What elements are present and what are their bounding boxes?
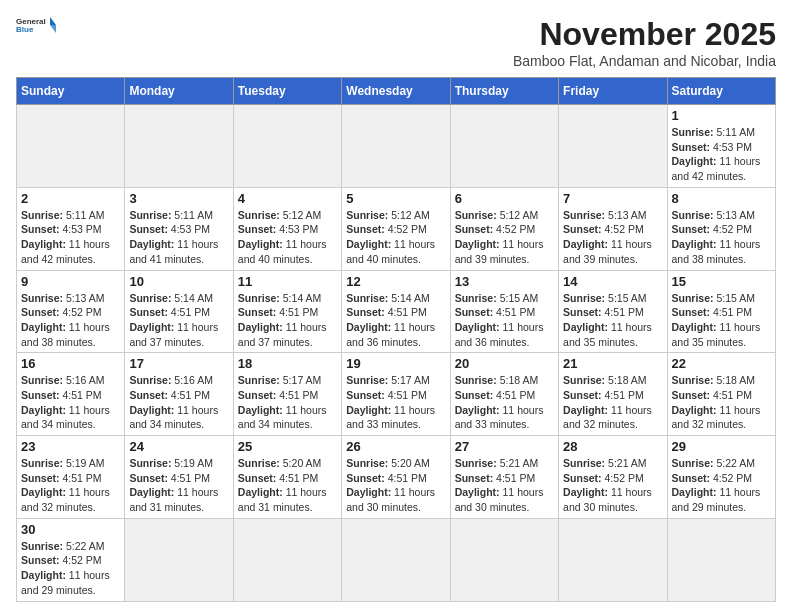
calendar-day-cell: 7Sunrise: 5:13 AMSunset: 4:52 PMDaylight…: [559, 187, 667, 270]
day-info: Sunrise: 5:11 AMSunset: 4:53 PMDaylight:…: [129, 208, 228, 267]
day-info-label: Sunrise:: [455, 292, 500, 304]
daylight-label: Daylight:: [238, 404, 286, 416]
day-number: 22: [672, 356, 771, 371]
calendar-day-cell: 21Sunrise: 5:18 AMSunset: 4:51 PMDayligh…: [559, 353, 667, 436]
daylight-label: Daylight:: [672, 155, 720, 167]
month-title: November 2025: [513, 16, 776, 53]
calendar-day-cell: 27Sunrise: 5:21 AMSunset: 4:51 PMDayligh…: [450, 436, 558, 519]
day-info-label: Sunset:: [455, 306, 496, 318]
day-info: Sunrise: 5:18 AMSunset: 4:51 PMDaylight:…: [563, 373, 662, 432]
day-info: Sunrise: 5:18 AMSunset: 4:51 PMDaylight:…: [672, 373, 771, 432]
day-number: 28: [563, 439, 662, 454]
day-info: Sunrise: 5:22 AMSunset: 4:52 PMDaylight:…: [672, 456, 771, 515]
calendar-week-row: 1Sunrise: 5:11 AMSunset: 4:53 PMDaylight…: [17, 105, 776, 188]
calendar-day-cell: [233, 105, 341, 188]
calendar-day-cell: 20Sunrise: 5:18 AMSunset: 4:51 PMDayligh…: [450, 353, 558, 436]
day-info: Sunrise: 5:21 AMSunset: 4:51 PMDaylight:…: [455, 456, 554, 515]
daylight-label: Daylight:: [672, 404, 720, 416]
calendar-day-cell: 8Sunrise: 5:13 AMSunset: 4:52 PMDaylight…: [667, 187, 775, 270]
day-info-label: Sunset:: [346, 306, 387, 318]
day-number: 7: [563, 191, 662, 206]
day-number: 11: [238, 274, 337, 289]
day-info-label: Sunrise:: [238, 292, 283, 304]
daylight-label: Daylight:: [455, 321, 503, 333]
daylight-label: Daylight:: [238, 321, 286, 333]
calendar-week-row: 9Sunrise: 5:13 AMSunset: 4:52 PMDaylight…: [17, 270, 776, 353]
day-info-label: Sunset:: [563, 472, 604, 484]
calendar-day-cell: 13Sunrise: 5:15 AMSunset: 4:51 PMDayligh…: [450, 270, 558, 353]
day-info: Sunrise: 5:13 AMSunset: 4:52 PMDaylight:…: [672, 208, 771, 267]
day-info-label: Sunrise:: [238, 457, 283, 469]
day-info-label: Sunrise:: [346, 457, 391, 469]
day-number: 30: [21, 522, 120, 537]
day-info-label: Sunrise:: [129, 374, 174, 386]
calendar-day-cell: 17Sunrise: 5:16 AMSunset: 4:51 PMDayligh…: [125, 353, 233, 436]
calendar-day-cell: 5Sunrise: 5:12 AMSunset: 4:52 PMDaylight…: [342, 187, 450, 270]
daylight-label: Daylight:: [563, 486, 611, 498]
calendar-day-cell: [125, 518, 233, 601]
day-info: Sunrise: 5:15 AMSunset: 4:51 PMDaylight:…: [672, 291, 771, 350]
day-info: Sunrise: 5:19 AMSunset: 4:51 PMDaylight:…: [129, 456, 228, 515]
day-info-label: Sunrise:: [238, 209, 283, 221]
calendar-day-cell: [233, 518, 341, 601]
day-number: 25: [238, 439, 337, 454]
calendar-week-row: 16Sunrise: 5:16 AMSunset: 4:51 PMDayligh…: [17, 353, 776, 436]
day-number: 19: [346, 356, 445, 371]
calendar-day-cell: [559, 518, 667, 601]
calendar-day-cell: 2Sunrise: 5:11 AMSunset: 4:53 PMDaylight…: [17, 187, 125, 270]
day-number: 13: [455, 274, 554, 289]
day-info-label: Sunset:: [455, 223, 496, 235]
day-of-week-header: Sunday: [17, 78, 125, 105]
day-info: Sunrise: 5:12 AMSunset: 4:52 PMDaylight:…: [455, 208, 554, 267]
day-info-label: Sunrise:: [563, 292, 608, 304]
daylight-label: Daylight:: [672, 238, 720, 250]
daylight-label: Daylight:: [21, 486, 69, 498]
daylight-label: Daylight:: [563, 321, 611, 333]
calendar-day-cell: 24Sunrise: 5:19 AMSunset: 4:51 PMDayligh…: [125, 436, 233, 519]
day-info-label: Sunset:: [21, 554, 62, 566]
day-info: Sunrise: 5:11 AMSunset: 4:53 PMDaylight:…: [21, 208, 120, 267]
day-info-label: Sunrise:: [563, 457, 608, 469]
day-number: 6: [455, 191, 554, 206]
calendar-day-cell: 14Sunrise: 5:15 AMSunset: 4:51 PMDayligh…: [559, 270, 667, 353]
day-info-label: Sunset:: [21, 223, 62, 235]
day-number: 2: [21, 191, 120, 206]
day-info-label: Sunrise:: [455, 374, 500, 386]
day-info-label: Sunset:: [238, 223, 279, 235]
day-info: Sunrise: 5:21 AMSunset: 4:52 PMDaylight:…: [563, 456, 662, 515]
day-info-label: Sunset:: [238, 306, 279, 318]
calendar-day-cell: [17, 105, 125, 188]
calendar-week-row: 2Sunrise: 5:11 AMSunset: 4:53 PMDaylight…: [17, 187, 776, 270]
svg-marker-3: [50, 25, 56, 33]
day-number: 20: [455, 356, 554, 371]
day-info-label: Sunrise:: [21, 540, 66, 552]
day-info-label: Sunset:: [563, 389, 604, 401]
day-number: 14: [563, 274, 662, 289]
day-info-label: Sunset:: [672, 141, 713, 153]
day-of-week-header: Saturday: [667, 78, 775, 105]
calendar-day-cell: 12Sunrise: 5:14 AMSunset: 4:51 PMDayligh…: [342, 270, 450, 353]
daylight-label: Daylight:: [21, 569, 69, 581]
day-info: Sunrise: 5:13 AMSunset: 4:52 PMDaylight:…: [21, 291, 120, 350]
calendar-day-cell: [125, 105, 233, 188]
daylight-label: Daylight:: [238, 486, 286, 498]
day-info: Sunrise: 5:16 AMSunset: 4:51 PMDaylight:…: [129, 373, 228, 432]
day-info-label: Sunrise:: [672, 374, 717, 386]
svg-text:Blue: Blue: [16, 25, 34, 34]
day-info-label: Sunrise:: [21, 209, 66, 221]
daylight-label: Daylight:: [346, 486, 394, 498]
daylight-label: Daylight:: [21, 238, 69, 250]
day-info: Sunrise: 5:20 AMSunset: 4:51 PMDaylight:…: [346, 456, 445, 515]
day-info-label: Sunset:: [346, 389, 387, 401]
calendar-day-cell: 16Sunrise: 5:16 AMSunset: 4:51 PMDayligh…: [17, 353, 125, 436]
logo-icon: General Blue: [16, 16, 56, 34]
day-info: Sunrise: 5:15 AMSunset: 4:51 PMDaylight:…: [563, 291, 662, 350]
calendar-day-cell: 4Sunrise: 5:12 AMSunset: 4:53 PMDaylight…: [233, 187, 341, 270]
daylight-label: Daylight:: [455, 404, 503, 416]
day-info: Sunrise: 5:16 AMSunset: 4:51 PMDaylight:…: [21, 373, 120, 432]
day-number: 10: [129, 274, 228, 289]
calendar-header-row: SundayMondayTuesdayWednesdayThursdayFrid…: [17, 78, 776, 105]
day-info: Sunrise: 5:12 AMSunset: 4:53 PMDaylight:…: [238, 208, 337, 267]
day-info-label: Sunset:: [129, 223, 170, 235]
day-number: 12: [346, 274, 445, 289]
